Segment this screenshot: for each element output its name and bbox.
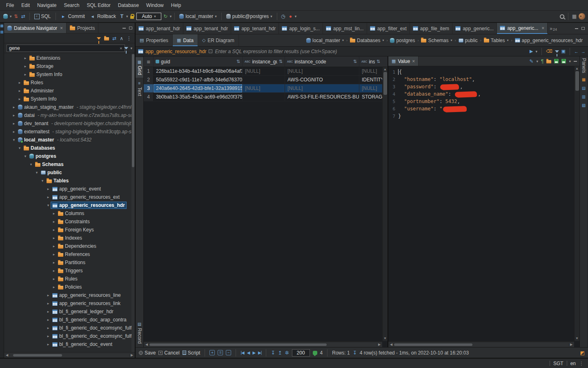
menu-search[interactable]: Search: [60, 1, 83, 9]
tree-item-system-info[interactable]: ▸System Info: [4, 70, 135, 79]
row-number[interactable]: 2: [144, 76, 154, 84]
executions-icon[interactable]: [313, 351, 317, 355]
tree-item-public[interactable]: ▾public: [4, 168, 135, 177]
navigator-hscrollbar[interactable]: ◀ ▶: [4, 352, 135, 358]
calc-panel-icon[interactable]: ▦: [582, 77, 586, 82]
menu-file[interactable]: File: [2, 1, 18, 9]
next-page-icon[interactable]: ▶: [252, 350, 255, 355]
tree-item-tables[interactable]: ▾Tables: [4, 177, 135, 185]
references-panel-icon[interactable]: ▧: [582, 103, 586, 108]
panels-label[interactable]: Panels: [581, 58, 587, 73]
tree-item-schemas[interactable]: ▾Schemas: [4, 160, 135, 168]
close-icon[interactable]: ×: [412, 58, 415, 64]
chevron-right-icon[interactable]: ▸: [46, 301, 51, 305]
tree-item-system-info[interactable]: ▸System Info: [4, 95, 135, 103]
scroll-down-icon[interactable]: ▼: [575, 336, 579, 341]
tree-item-partitions[interactable]: ▸Partitions: [4, 258, 135, 267]
commit-mode-select[interactable]: Auto ▾: [136, 13, 161, 20]
schema-selector[interactable]: public@postgres ▾: [225, 12, 274, 21]
filter-expression-input[interactable]: [215, 49, 527, 54]
panel-tab-projects[interactable]: Projects: [67, 23, 98, 33]
editor-tab-app-tenant-hdr[interactable]: app_tenant_hdr: [136, 23, 183, 34]
editor-tab-app-login-s[interactable]: app_login_s...: [279, 23, 323, 34]
chevron-right-icon[interactable]: ▸: [11, 105, 16, 109]
chevron-right-icon[interactable]: ▸: [17, 97, 22, 101]
panel-dropdown-icon[interactable]: ▾: [569, 59, 571, 63]
chevron-right-icon[interactable]: ▸: [51, 211, 56, 215]
chevron-right-icon[interactable]: ▸: [46, 310, 51, 314]
tree-item-postgres[interactable]: ▾postgres: [4, 152, 135, 160]
chevron-right-icon[interactable]: ▸: [23, 64, 28, 68]
value-hscrollbar[interactable]: ◀ ▶: [388, 341, 574, 347]
breakpoint-icon[interactable]: ●: [287, 13, 294, 20]
tree-item-triggers[interactable]: ▸Triggers: [4, 267, 135, 275]
duplicate-row-icon[interactable]: =: [218, 350, 223, 355]
chevron-right-icon[interactable]: ▸: [51, 260, 56, 265]
load-from-file-icon[interactable]: [546, 60, 551, 63]
scroll-thumb[interactable]: [132, 54, 134, 167]
grid-cell[interactable]: [243, 93, 285, 101]
fetch-size-input[interactable]: [292, 349, 310, 357]
panel-tab-database-navigator[interactable]: Database Navigator×: [4, 23, 67, 33]
breadcrumb-item-tables[interactable]: Tables▾: [483, 37, 510, 44]
chevron-right-icon[interactable]: ▸: [51, 277, 56, 281]
tree-item-bl-fi-generic-doc-arap-contra[interactable]: ▸bl_fi_generic_doc_arap_contra: [4, 316, 135, 324]
menu-help[interactable]: Help: [167, 1, 185, 9]
sql-editor-button[interactable]: ⌗ SQL: [33, 12, 53, 21]
row-number[interactable]: 4: [144, 93, 154, 101]
history-forward-icon[interactable]: →: [581, 49, 586, 54]
apply-filter-icon[interactable]: ▶: [530, 49, 533, 54]
chevron-right-icon[interactable]: ▸: [46, 342, 51, 346]
chevron-right-icon[interactable]: ▸: [51, 252, 56, 256]
link-with-editor-icon[interactable]: ⇄: [112, 36, 116, 41]
scroll-left-icon[interactable]: ◀: [4, 353, 10, 357]
tab-overflow-indicator[interactable]: »24: [548, 23, 559, 34]
scroll-right-icon[interactable]: ▶: [568, 343, 574, 346]
scroll-down-icon[interactable]: ▼: [383, 336, 387, 341]
chevron-right-icon[interactable]: ▸: [51, 228, 56, 232]
connection-selector[interactable]: local_master ▾: [178, 12, 218, 21]
add-row-icon[interactable]: +: [209, 350, 215, 355]
chevron-right-icon[interactable]: ▸: [46, 187, 51, 191]
chevron-right-icon[interactable]: ▸: [51, 244, 56, 248]
refresh-icon[interactable]: ↻: [163, 13, 169, 20]
scroll-track[interactable]: [149, 343, 376, 346]
save-filter-icon[interactable]: ▣: [561, 49, 566, 54]
tree-item-references[interactable]: ▸References: [4, 250, 135, 258]
tree-item-bl-fi-generic-doc-event[interactable]: ▸bl_fi_generic_doc_event: [4, 340, 135, 348]
sort-icon[interactable]: ⇅: [376, 59, 380, 64]
tree-item-bl-fi-generic-doc-ecomsync-fulfill[interactable]: ▸bl_fi_generic_doc_ecomsync_fulfill...: [4, 324, 135, 332]
tree-item-foreign-keys[interactable]: ▸Foreign Keys: [4, 226, 135, 234]
tree-item-app-generic-event[interactable]: ▸app_generic_event: [4, 185, 135, 193]
chevron-right-icon[interactable]: ▸: [46, 326, 51, 330]
close-icon[interactable]: ×: [541, 25, 544, 31]
collapse-folder-icon[interactable]: [104, 37, 109, 40]
refresh-dropdown-icon[interactable]: ▾: [170, 14, 172, 18]
value-content[interactable]: 1{2 "hostname": "localhost",3 "password"…: [388, 66, 579, 341]
value-tab[interactable]: ▦ Value ×: [388, 56, 419, 66]
close-icon[interactable]: ×: [60, 25, 63, 31]
menu-edit[interactable]: Edit: [18, 1, 33, 9]
chevron-right-icon[interactable]: ▸: [51, 236, 56, 240]
column-header-instance[interactable]: ABCinstance⇅: [359, 56, 382, 67]
connect-icon[interactable]: ⇅: [13, 13, 19, 20]
tree-item-storage[interactable]: ▸Storage: [4, 62, 135, 70]
tree-item-app-generic-resources-link[interactable]: ▸app_generic_resources_link: [4, 299, 135, 307]
scroll-left-icon[interactable]: ◀: [144, 343, 149, 346]
maximize-icon[interactable]: [129, 27, 132, 29]
scroll-left-icon[interactable]: ◀: [388, 343, 394, 346]
scroll-right-icon[interactable]: ▶: [376, 343, 382, 346]
chevron-right-icon[interactable]: ▸: [51, 269, 56, 273]
commit-button[interactable]: ▸ Commit: [59, 12, 87, 21]
scroll-thumb[interactable]: [383, 72, 387, 95]
grid-cell[interactable]: 240a6e40-2645-42d3-bfe1-32a1398915af: [154, 84, 243, 92]
chevron-right-icon[interactable]: ▸: [11, 113, 16, 117]
chevron-right-icon[interactable]: ▸: [51, 285, 56, 289]
row-number[interactable]: 3: [144, 84, 154, 92]
tree-item-rules[interactable]: ▸Rules: [4, 275, 135, 283]
collapse-all-icon[interactable]: ∧: [120, 36, 123, 41]
chevron-right-icon[interactable]: ▸: [23, 72, 28, 76]
table-row[interactable]: 43b0bab13-35a5-45a2-ac69-e96d20f37550AWS…: [144, 93, 388, 101]
first-page-icon[interactable]: |◀: [241, 350, 244, 355]
scroll-thumb[interactable]: [394, 343, 472, 346]
